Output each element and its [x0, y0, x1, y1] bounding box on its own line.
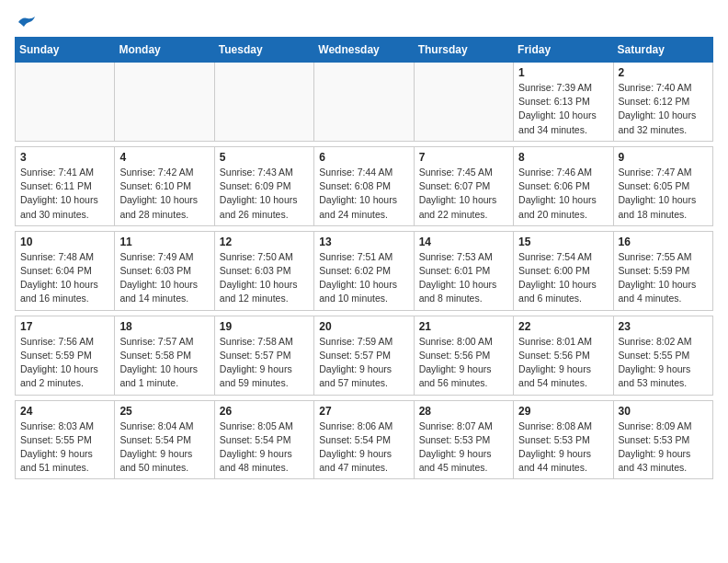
calendar-cell: 1Sunrise: 7:39 AM Sunset: 6:13 PM Daylig… [514, 63, 613, 142]
calendar-cell [16, 63, 115, 142]
calendar-cell: 29Sunrise: 8:08 AM Sunset: 5:53 PM Dayli… [514, 400, 613, 479]
calendar-cell: 10Sunrise: 7:48 AM Sunset: 6:04 PM Dayli… [16, 231, 115, 310]
day-info: Sunrise: 7:53 AM Sunset: 6:01 PM Dayligh… [419, 250, 508, 306]
day-info: Sunrise: 7:56 AM Sunset: 5:59 PM Dayligh… [20, 335, 109, 391]
calendar-cell: 22Sunrise: 8:01 AM Sunset: 5:56 PM Dayli… [514, 316, 613, 395]
day-number: 10 [20, 236, 109, 248]
calendar-cell: 7Sunrise: 7:45 AM Sunset: 6:07 PM Daylig… [414, 146, 513, 225]
calendar-cell: 30Sunrise: 8:09 AM Sunset: 5:53 PM Dayli… [613, 400, 712, 479]
day-info: Sunrise: 7:49 AM Sunset: 6:03 PM Dayligh… [119, 250, 209, 306]
calendar-cell: 6Sunrise: 7:44 AM Sunset: 6:08 PM Daylig… [314, 146, 414, 225]
calendar-cell: 13Sunrise: 7:51 AM Sunset: 6:02 PM Dayli… [314, 231, 414, 310]
day-number: 6 [319, 151, 408, 164]
weekday-header-thursday: Thursday [414, 38, 513, 63]
day-info: Sunrise: 8:06 AM Sunset: 5:54 PM Dayligh… [319, 419, 408, 476]
day-info: Sunrise: 7:47 AM Sunset: 6:05 PM Dayligh… [619, 166, 708, 222]
logo-bird-icon [17, 15, 37, 29]
calendar-cell: 14Sunrise: 7:53 AM Sunset: 6:01 PM Dayli… [414, 231, 513, 310]
calendar-week-row: 10Sunrise: 7:48 AM Sunset: 6:04 PM Dayli… [16, 231, 713, 310]
day-info: Sunrise: 7:51 AM Sunset: 6:02 PM Dayligh… [319, 250, 408, 306]
day-info: Sunrise: 7:57 AM Sunset: 5:58 PM Dayligh… [119, 335, 209, 391]
calendar-cell: 11Sunrise: 7:49 AM Sunset: 6:03 PM Dayli… [115, 231, 214, 310]
day-number: 20 [319, 320, 408, 333]
day-number: 27 [319, 405, 408, 418]
day-info: Sunrise: 7:54 AM Sunset: 6:00 PM Dayligh… [518, 250, 608, 306]
day-info: Sunrise: 7:48 AM Sunset: 6:04 PM Dayligh… [20, 250, 109, 306]
day-info: Sunrise: 8:01 AM Sunset: 5:56 PM Dayligh… [518, 335, 608, 391]
day-info: Sunrise: 7:45 AM Sunset: 6:07 PM Dayligh… [419, 166, 508, 222]
day-number: 11 [119, 236, 209, 248]
calendar-cell [414, 63, 513, 142]
day-info: Sunrise: 8:04 AM Sunset: 5:54 PM Dayligh… [119, 419, 209, 476]
day-info: Sunrise: 8:08 AM Sunset: 5:53 PM Dayligh… [518, 419, 608, 476]
calendar-cell: 4Sunrise: 7:42 AM Sunset: 6:10 PM Daylig… [115, 146, 214, 225]
day-info: Sunrise: 8:07 AM Sunset: 5:53 PM Dayligh… [419, 419, 508, 476]
calendar-week-row: 1Sunrise: 7:39 AM Sunset: 6:13 PM Daylig… [16, 63, 713, 142]
day-number: 26 [220, 405, 309, 418]
calendar-cell: 25Sunrise: 8:04 AM Sunset: 5:54 PM Dayli… [115, 400, 214, 479]
calendar-cell [214, 63, 313, 142]
day-number: 7 [419, 151, 508, 164]
day-number: 5 [220, 151, 309, 164]
day-number: 3 [20, 151, 109, 164]
day-info: Sunrise: 8:03 AM Sunset: 5:55 PM Dayligh… [20, 419, 109, 476]
weekday-header-friday: Friday [514, 38, 613, 63]
day-number: 17 [20, 320, 109, 333]
day-number: 21 [419, 320, 508, 333]
day-info: Sunrise: 7:41 AM Sunset: 6:11 PM Dayligh… [20, 166, 109, 222]
calendar-cell [115, 63, 214, 142]
day-number: 1 [518, 66, 608, 79]
day-info: Sunrise: 7:46 AM Sunset: 6:06 PM Dayligh… [518, 166, 608, 222]
day-number: 18 [119, 320, 209, 333]
day-number: 23 [619, 320, 708, 333]
day-info: Sunrise: 7:58 AM Sunset: 5:57 PM Dayligh… [220, 335, 309, 391]
calendar-cell: 23Sunrise: 8:02 AM Sunset: 5:55 PM Dayli… [613, 316, 712, 395]
weekday-header-tuesday: Tuesday [214, 38, 313, 63]
calendar-cell: 15Sunrise: 7:54 AM Sunset: 6:00 PM Dayli… [514, 231, 613, 310]
day-number: 16 [619, 236, 708, 248]
day-number: 30 [619, 405, 708, 418]
calendar-cell: 9Sunrise: 7:47 AM Sunset: 6:05 PM Daylig… [613, 146, 712, 225]
day-info: Sunrise: 7:43 AM Sunset: 6:09 PM Dayligh… [220, 166, 309, 222]
calendar-cell: 26Sunrise: 8:05 AM Sunset: 5:54 PM Dayli… [214, 400, 313, 479]
day-info: Sunrise: 8:09 AM Sunset: 5:53 PM Dayligh… [619, 419, 708, 476]
calendar-cell: 24Sunrise: 8:03 AM Sunset: 5:55 PM Dayli… [16, 400, 115, 479]
day-number: 25 [119, 405, 209, 418]
calendar-cell: 19Sunrise: 7:58 AM Sunset: 5:57 PM Dayli… [214, 316, 313, 395]
weekday-header-monday: Monday [115, 38, 214, 63]
day-info: Sunrise: 7:39 AM Sunset: 6:13 PM Dayligh… [518, 81, 608, 137]
logo [15, 15, 37, 29]
weekday-header-saturday: Saturday [613, 38, 712, 63]
calendar-cell [314, 63, 414, 142]
weekday-header-sunday: Sunday [16, 38, 115, 63]
day-number: 19 [220, 320, 309, 333]
day-number: 22 [518, 320, 608, 333]
day-number: 8 [518, 151, 608, 164]
calendar-cell: 21Sunrise: 8:00 AM Sunset: 5:56 PM Dayli… [414, 316, 513, 395]
calendar-cell: 5Sunrise: 7:43 AM Sunset: 6:09 PM Daylig… [214, 146, 313, 225]
day-info: Sunrise: 7:55 AM Sunset: 5:59 PM Dayligh… [619, 250, 708, 306]
day-number: 9 [619, 151, 708, 164]
weekday-header-row: SundayMondayTuesdayWednesdayThursdayFrid… [16, 38, 713, 63]
calendar-cell: 8Sunrise: 7:46 AM Sunset: 6:06 PM Daylig… [514, 146, 613, 225]
day-info: Sunrise: 7:50 AM Sunset: 6:03 PM Dayligh… [220, 250, 309, 306]
day-number: 14 [419, 236, 508, 248]
day-number: 24 [20, 405, 109, 418]
calendar-cell: 27Sunrise: 8:06 AM Sunset: 5:54 PM Dayli… [314, 400, 414, 479]
calendar-table: SundayMondayTuesdayWednesdayThursdayFrid… [15, 37, 713, 479]
logo-area [15, 15, 37, 29]
day-info: Sunrise: 7:42 AM Sunset: 6:10 PM Dayligh… [119, 166, 209, 222]
day-number: 13 [319, 236, 408, 248]
calendar-cell: 3Sunrise: 7:41 AM Sunset: 6:11 PM Daylig… [16, 146, 115, 225]
calendar-cell: 12Sunrise: 7:50 AM Sunset: 6:03 PM Dayli… [214, 231, 313, 310]
day-info: Sunrise: 8:05 AM Sunset: 5:54 PM Dayligh… [220, 419, 309, 476]
day-number: 15 [518, 236, 608, 248]
calendar-cell: 20Sunrise: 7:59 AM Sunset: 5:57 PM Dayli… [314, 316, 414, 395]
calendar-cell: 2Sunrise: 7:40 AM Sunset: 6:12 PM Daylig… [613, 63, 712, 142]
day-number: 12 [220, 236, 309, 248]
calendar-week-row: 17Sunrise: 7:56 AM Sunset: 5:59 PM Dayli… [16, 316, 713, 395]
calendar-cell: 16Sunrise: 7:55 AM Sunset: 5:59 PM Dayli… [613, 231, 712, 310]
calendar-cell: 18Sunrise: 7:57 AM Sunset: 5:58 PM Dayli… [115, 316, 214, 395]
page-container: SundayMondayTuesdayWednesdayThursdayFrid… [0, 0, 728, 488]
day-number: 2 [619, 66, 708, 79]
